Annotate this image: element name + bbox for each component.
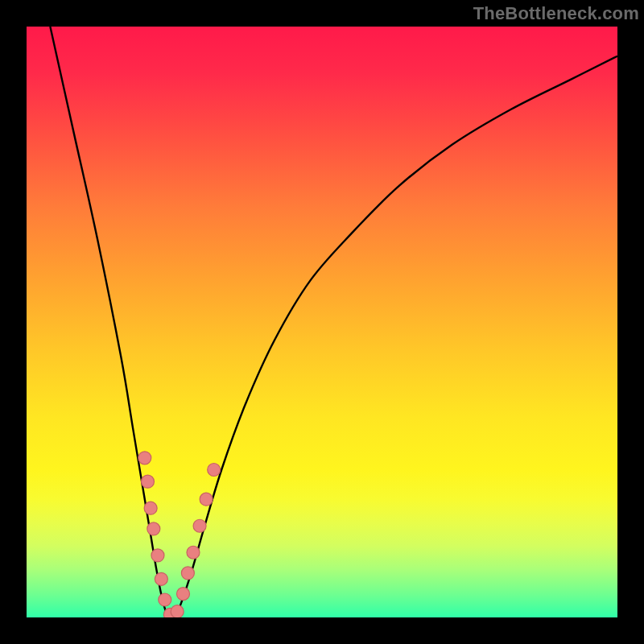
marker-dot bbox=[138, 452, 151, 464]
bottleneck-curve bbox=[50, 27, 617, 617]
curve-markers bbox=[138, 452, 221, 617]
marker-dot bbox=[151, 549, 164, 562]
marker-dot bbox=[144, 502, 157, 514]
marker-dot bbox=[155, 572, 167, 585]
watermark-text: TheBottleneck.com bbox=[473, 3, 639, 24]
marker-dot bbox=[200, 493, 213, 506]
marker-dot bbox=[171, 605, 184, 617]
curve-svg bbox=[27, 27, 617, 617]
chart-frame: TheBottleneck.com bbox=[0, 0, 644, 644]
marker-dot bbox=[147, 522, 160, 535]
plot-area bbox=[27, 27, 617, 617]
marker-dot bbox=[181, 567, 194, 580]
marker-dot bbox=[177, 588, 190, 601]
marker-dot bbox=[159, 593, 171, 606]
marker-dot bbox=[187, 546, 200, 559]
marker-dot bbox=[208, 464, 221, 477]
marker-dot bbox=[141, 475, 154, 488]
marker-dot bbox=[193, 519, 206, 532]
